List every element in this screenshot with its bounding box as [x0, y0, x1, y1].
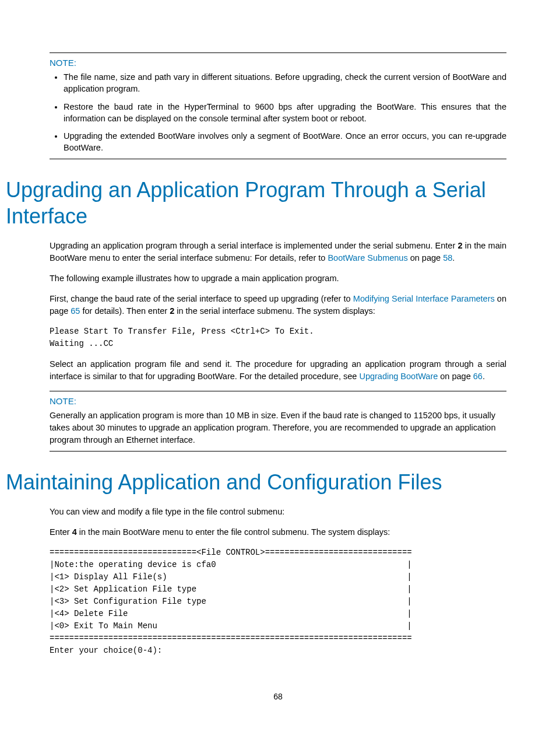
link-bootware-submenus[interactable]: BootWare Submenus: [328, 253, 407, 262]
page-content: NOTE: The file name, size and path vary …: [0, 0, 556, 724]
note-item: The file name, size and path vary in dif…: [64, 71, 506, 95]
paragraph: Upgrading an application program through…: [50, 240, 506, 264]
link-page-66[interactable]: 66: [473, 372, 483, 381]
page-number: 68: [50, 692, 506, 701]
section-heading-maintaining: Maintaining Application and Configuratio…: [6, 469, 506, 495]
paragraph: You can view and modify a file type in t…: [50, 506, 506, 518]
note-box-1: NOTE: The file name, size and path vary …: [50, 52, 506, 159]
note-box-2: NOTE: Generally an application program i…: [50, 391, 506, 452]
paragraph: Enter 4 in the main BootWare menu to ent…: [50, 526, 506, 538]
code-block: Please Start To Transfer File, Press <Ct…: [50, 326, 506, 350]
link-upgrading-bootware[interactable]: Upgrading BootWare: [359, 372, 438, 381]
note-item: Restore the baud rate in the HyperTermin…: [64, 101, 506, 125]
note-label: NOTE:: [50, 396, 506, 406]
note-label: NOTE:: [50, 58, 506, 68]
section-heading-upgrading: Upgrading an Application Program Through…: [6, 177, 506, 229]
paragraph: First, change the baud rate of the seria…: [50, 293, 506, 317]
link-page-58[interactable]: 58: [443, 253, 452, 262]
paragraph: The following example illustrates how to…: [50, 272, 506, 285]
note-item: Upgrading the extended BootWare involves…: [64, 130, 506, 154]
paragraph: Select an application program file and s…: [50, 358, 506, 383]
note-list: The file name, size and path vary in dif…: [50, 71, 506, 154]
link-page-65[interactable]: 65: [71, 306, 80, 316]
link-modifying-serial[interactable]: Modifying Serial Interface Parameters: [353, 294, 495, 303]
code-block: ==============================<File CONT…: [50, 547, 506, 657]
note-body: Generally an application program is more…: [50, 410, 506, 446]
